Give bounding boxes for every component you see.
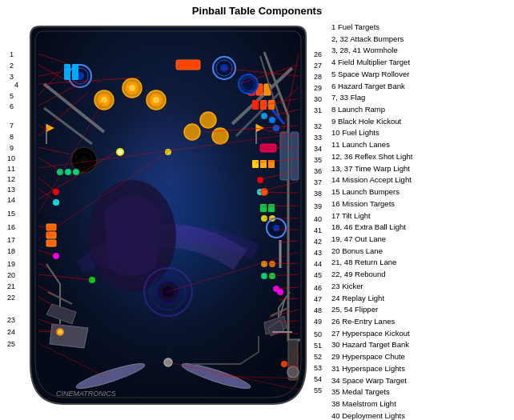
num-9: 9: [10, 144, 14, 152]
pinball-image-area: 1 2 3 4 5 6 7 8 9 10 11 12 13 14 15 16 1…: [0, 20, 328, 418]
legend-item-28: 30 Hazard Target Bank: [331, 339, 511, 351]
svg-point-41: [118, 150, 122, 154]
legend-item-10: 10 Fuel Lights: [331, 127, 511, 139]
legend-item-30: 31 Hyperspace Lights: [331, 363, 511, 375]
svg-point-82: [287, 366, 299, 378]
svg-rect-35: [291, 132, 299, 180]
num-7: 7: [10, 122, 14, 130]
legend-item-25: 25, 54 Flipper: [331, 304, 511, 316]
legend-item-24: 24 Replay Light: [331, 293, 511, 305]
svg-point-61: [269, 117, 275, 123]
legend-item-27: 27 Hyperspace Kickout: [331, 328, 511, 340]
num-24: 24: [7, 328, 15, 336]
legend-item-19: 19, 47 Out Lane: [331, 234, 511, 246]
svg-rect-65: [260, 160, 267, 168]
svg-point-30: [80, 156, 88, 164]
svg-point-83: [281, 361, 287, 367]
num-18: 18: [7, 247, 15, 255]
svg-rect-68: [268, 204, 275, 212]
svg-rect-57: [252, 100, 259, 110]
svg-point-32: [65, 169, 71, 175]
pinball-table-svg: CINEMATRONICS: [16, 20, 320, 412]
legend-item-26: 26 Re-Entry Lanes: [331, 316, 511, 328]
legend-item-6: 6 Hazard Target Bank: [331, 81, 511, 93]
svg-rect-59: [268, 100, 275, 110]
legend-item-1: 1 Fuel Targets: [331, 22, 511, 34]
num-23: 23: [7, 316, 15, 324]
svg-point-38: [53, 199, 59, 206]
content-area: 1 2 3 4 5 6 7 8 9 10 11 12 13 14 15 16 1…: [0, 20, 514, 418]
num-2: 2: [10, 62, 14, 70]
legend-item-11: 11 Launch Lanes: [331, 139, 511, 151]
legend-item-7: 7, 33 Flag: [331, 92, 511, 104]
svg-rect-21: [64, 64, 70, 80]
legend-item-15: 15 Launch Bumpers: [331, 186, 511, 198]
num-16: 16: [7, 223, 15, 231]
legend-item-32: 35 Medal Targets: [331, 386, 511, 398]
svg-rect-20: [176, 60, 200, 70]
svg-point-56: [243, 78, 254, 90]
svg-rect-22: [72, 64, 78, 80]
svg-point-46: [53, 253, 59, 259]
svg-point-62: [273, 125, 279, 131]
legend-item-13: 13, 37 Time Warp Light: [331, 163, 511, 175]
svg-rect-42: [46, 224, 56, 230]
legend-item-20: 20 Bonus Lane: [331, 246, 511, 258]
svg-point-75: [273, 225, 279, 231]
num-19: 19: [7, 260, 15, 268]
svg-point-10: [153, 97, 159, 103]
num-11: 11: [7, 165, 15, 173]
num-6: 6: [10, 102, 14, 110]
legend-item-31: 34 Space Warp Target: [331, 375, 511, 387]
svg-point-54: [58, 330, 62, 334]
legend-item-9: 9 Black Hole Kickout: [331, 116, 511, 128]
legend-item-18: 18, 46 Extra Ball Light: [331, 222, 511, 234]
svg-rect-64: [252, 160, 259, 168]
legend-item-8: 8 Launch Ramp: [331, 104, 511, 116]
svg-point-52: [163, 286, 174, 298]
num-8: 8: [10, 133, 14, 141]
legend-item-21: 21, 48 Return Lane: [331, 257, 511, 269]
svg-point-11: [184, 124, 200, 140]
legend-item-29: 29 Hyperspace Chute: [331, 351, 511, 363]
num-5: 5: [10, 92, 14, 100]
legend-item-14: 14 Mission Accept Light: [331, 174, 511, 186]
num-14: 14: [7, 196, 15, 204]
legend-item-22: 22, 49 Rebound: [331, 269, 511, 281]
legend-item-12: 12, 36 Reflex Shot Light: [331, 151, 511, 163]
num-20: 20: [7, 271, 15, 279]
legend-item-23: 23 Kicker: [331, 281, 511, 293]
legend-item-3: 3, 28, 41 Wormhole: [331, 45, 511, 57]
num-3: 3: [10, 73, 14, 81]
svg-rect-67: [260, 204, 267, 212]
num-15: 15: [7, 210, 15, 218]
legend-item-4: 4 Field Multiplier Target: [331, 57, 511, 69]
svg-point-12: [200, 112, 216, 128]
page-container: Pinball Table Components 1 2 3 4 5 6 7 8…: [0, 0, 514, 420]
svg-point-7: [129, 85, 135, 91]
legend-item-2: 2, 32 Attack Bumpers: [331, 34, 511, 46]
num-12: 12: [7, 175, 15, 183]
legend-item-33: 38 Maelstrom Light: [331, 398, 511, 410]
legend-item-17: 17 Tilt Light: [331, 210, 511, 222]
svg-text:CINEMATRONICS: CINEMATRONICS: [56, 390, 116, 398]
legend-item-34: 40 Deployment Lights: [331, 410, 511, 420]
num-21: 21: [7, 282, 15, 290]
num-10: 10: [7, 154, 15, 162]
legend-item-16: 16 Mission Targets: [331, 198, 511, 210]
num-25: 25: [7, 340, 15, 348]
num-1: 1: [10, 50, 14, 58]
num-17: 17: [7, 236, 15, 244]
legend-item-5: 5 Space Warp Rollover: [331, 69, 511, 81]
svg-rect-34: [280, 132, 288, 180]
legend-area: 1 Fuel Targets 2, 32 Attack Bumpers 3, 2…: [328, 20, 514, 418]
svg-point-33: [73, 169, 79, 175]
num-22: 22: [7, 294, 15, 302]
num-13: 13: [7, 186, 15, 194]
svg-rect-44: [46, 240, 56, 246]
page-title: Pinball Table Components: [0, 0, 514, 20]
svg-point-60: [261, 113, 267, 119]
